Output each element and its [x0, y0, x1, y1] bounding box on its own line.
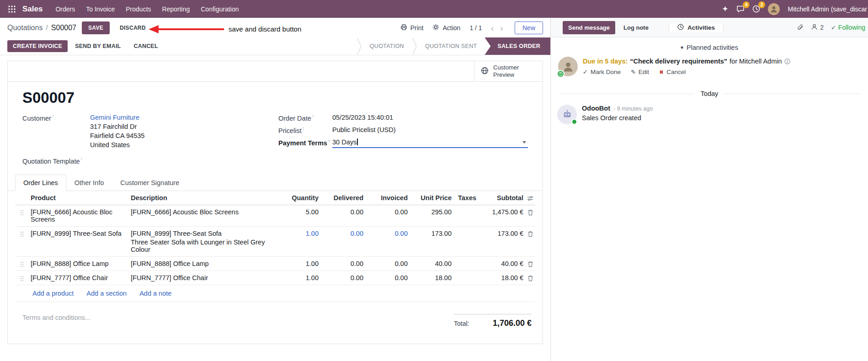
- log-note-button[interactable]: Log note: [619, 21, 653, 34]
- cell-description[interactable]: [FURN_6666] Acoustic Bloc Screens: [129, 205, 281, 219]
- cell-delivered[interactable]: 0.00: [320, 271, 365, 285]
- planned-activities-header[interactable]: ▾ Planned activities: [557, 44, 862, 51]
- cell-description[interactable]: [FURN_7777] Office Chair: [129, 271, 281, 285]
- cell-invoiced[interactable]: 0.00: [365, 271, 410, 285]
- header-quantity[interactable]: Quantity: [281, 191, 320, 205]
- cell-taxes[interactable]: [453, 257, 485, 263]
- customer-link[interactable]: Gemini Furniture: [90, 114, 144, 121]
- user-avatar[interactable]: [768, 3, 780, 15]
- header-subtotal[interactable]: Subtotal: [485, 191, 525, 205]
- cell-quantity[interactable]: 1.00: [281, 257, 320, 271]
- info-icon[interactable]: [784, 58, 790, 64]
- breadcrumb-quotations[interactable]: Quotations: [7, 24, 43, 32]
- header-product[interactable]: Product: [29, 191, 129, 205]
- odoobot-avatar[interactable]: [557, 105, 577, 124]
- drag-handle-icon[interactable]: [15, 205, 29, 216]
- drag-handle-icon[interactable]: [15, 227, 29, 237]
- cell-product[interactable]: [FURN_8888] Office Lamp: [29, 257, 129, 271]
- cell-unit-price[interactable]: 295.00: [410, 205, 453, 219]
- cell-invoiced[interactable]: 0.00: [365, 257, 410, 271]
- send-by-email-button[interactable]: SEND BY EMAIL: [69, 40, 126, 52]
- stage-sales-order[interactable]: SALES ORDER: [485, 37, 550, 55]
- activities-tab[interactable]: Activities: [669, 24, 724, 32]
- cell-unit-price[interactable]: 18.00: [410, 271, 453, 285]
- tab-other-info[interactable]: Other Info: [66, 175, 112, 191]
- order-line-row[interactable]: [FURN_7777] Office Chair [FURN_7777] Off…: [15, 271, 535, 285]
- cell-unit-price[interactable]: 173.00: [410, 227, 453, 240]
- cell-taxes[interactable]: [453, 271, 485, 277]
- nav-orders[interactable]: Orders: [50, 0, 80, 18]
- user-menu[interactable]: Mitchell Admin (save_discar: [788, 5, 867, 13]
- cell-delivered[interactable]: 0.00: [320, 257, 365, 271]
- header-taxes[interactable]: Taxes: [453, 191, 485, 205]
- header-invoiced[interactable]: Invoiced: [365, 191, 410, 205]
- customer-preview-button[interactable]: Customer Preview: [474, 61, 543, 81]
- message-author[interactable]: OdooBot: [582, 105, 610, 112]
- nav-reporting[interactable]: Reporting: [157, 0, 196, 18]
- cell-product[interactable]: [FURN_7777] Office Chair: [29, 271, 129, 285]
- stage-quotation[interactable]: QUOTATION: [362, 37, 412, 55]
- cell-description[interactable]: [FURN_8888] Office Lamp: [129, 257, 281, 271]
- action-button[interactable]: Action: [432, 24, 460, 32]
- save-button[interactable]: SAVE: [82, 21, 110, 34]
- order-date-value[interactable]: 05/25/2023 15:40:01: [332, 114, 393, 122]
- terms-placeholder[interactable]: Terms and conditions...: [22, 314, 91, 328]
- send-message-button[interactable]: Send message: [563, 21, 615, 34]
- cell-taxes[interactable]: [453, 205, 485, 212]
- sparkle-icon[interactable]: [722, 5, 729, 12]
- stage-quotation-sent[interactable]: QUOTATION SENT: [417, 37, 485, 55]
- delete-line-icon[interactable]: [525, 271, 535, 281]
- messages-icon[interactable]: 4: [736, 5, 745, 13]
- pricelist-value[interactable]: Public Pricelist (USD): [332, 126, 396, 134]
- delete-line-icon[interactable]: [525, 257, 535, 267]
- cell-product[interactable]: [FURN_8999] Three-Seat Sofa: [29, 227, 129, 240]
- cell-delivered[interactable]: 0.00: [320, 227, 365, 240]
- nav-products[interactable]: Products: [120, 0, 156, 18]
- pager-next-icon[interactable]: ›: [498, 23, 506, 32]
- dropdown-caret-icon[interactable]: [522, 141, 526, 143]
- header-delivered[interactable]: Delivered: [320, 191, 365, 205]
- create-invoice-button[interactable]: CREATE INVOICE: [7, 40, 68, 52]
- tab-order-lines[interactable]: Order Lines: [15, 175, 66, 191]
- followers-button[interactable]: 2: [811, 24, 824, 32]
- edit-activity-button[interactable]: ✎ Edit: [631, 69, 649, 75]
- pager-previous-icon[interactable]: ‹: [489, 23, 496, 32]
- add-section-link[interactable]: Add a section: [86, 290, 127, 297]
- order-line-row[interactable]: [FURN_8999] Three-Seat Sofa [FURN_8999] …: [15, 227, 535, 257]
- header-unit-price[interactable]: Unit Price: [410, 191, 453, 205]
- nav-configuration[interactable]: Configuration: [195, 0, 244, 18]
- order-line-row[interactable]: [FURN_8888] Office Lamp [FURN_8888] Offi…: [15, 257, 535, 271]
- cell-description[interactable]: [FURN_8999] Three-Seat Sofa Three Seater…: [129, 227, 281, 256]
- nav-to-invoice[interactable]: To Invoice: [80, 0, 120, 18]
- cell-unit-price[interactable]: 40.00: [410, 257, 453, 271]
- cell-product[interactable]: [FURN_6666] Acoustic Bloc Screens: [29, 205, 129, 226]
- apps-grid-icon[interactable]: [5, 2, 19, 16]
- delete-line-icon[interactable]: [525, 227, 535, 237]
- optional-columns-icon[interactable]: [525, 191, 535, 202]
- add-product-link[interactable]: Add a product: [32, 290, 74, 297]
- add-note-link[interactable]: Add a note: [139, 290, 171, 297]
- payment-terms-input[interactable]: 30 Days: [332, 138, 528, 148]
- cell-quantity[interactable]: 1.00: [281, 227, 320, 240]
- discard-button[interactable]: DISCARD: [115, 22, 150, 34]
- header-description[interactable]: Description: [129, 191, 281, 205]
- activity-avatar[interactable]: [558, 57, 578, 76]
- activity-clock-icon[interactable]: 2: [752, 5, 760, 13]
- new-button[interactable]: New: [515, 21, 543, 34]
- cancel-activity-button[interactable]: ✖ Cancel: [659, 69, 686, 75]
- cell-quantity[interactable]: 5.00: [281, 205, 320, 219]
- cell-invoiced[interactable]: 0.00: [365, 227, 410, 240]
- print-button[interactable]: Print: [400, 24, 424, 32]
- following-button[interactable]: ✓ Following: [831, 24, 865, 31]
- cell-quantity[interactable]: 1.00: [281, 271, 320, 285]
- cancel-button[interactable]: CANCEL: [128, 40, 163, 52]
- tab-customer-signature[interactable]: Customer Signature: [112, 175, 187, 191]
- order-line-row[interactable]: [FURN_6666] Acoustic Bloc Screens [FURN_…: [15, 205, 535, 227]
- drag-handle-icon[interactable]: [15, 257, 29, 267]
- cell-taxes[interactable]: [453, 227, 485, 233]
- mark-done-button[interactable]: ✓ Mark Done: [583, 69, 621, 75]
- delete-line-icon[interactable]: [525, 205, 535, 216]
- cell-delivered[interactable]: 0.00: [320, 205, 365, 219]
- cell-invoiced[interactable]: 0.00: [365, 205, 410, 219]
- app-name[interactable]: Sales: [22, 5, 43, 14]
